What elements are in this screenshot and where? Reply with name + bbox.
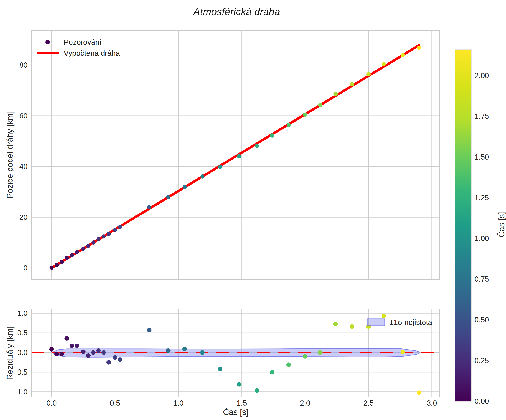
residual-point <box>65 336 69 340</box>
legend-observations-label: Pozorování <box>64 38 101 46</box>
residual-point <box>101 350 106 355</box>
residual-point <box>255 388 259 393</box>
observation-point <box>255 144 259 148</box>
observation-point <box>50 266 54 270</box>
residual-point <box>54 352 59 356</box>
colorbar-tick: 0.50 <box>474 316 489 324</box>
colorbar-label: Čas [s] <box>497 212 506 238</box>
colorbar-tick: 1.25 <box>474 193 489 202</box>
residual-point <box>333 322 338 326</box>
observation-point <box>81 247 85 251</box>
residual-point <box>91 350 96 355</box>
observation-point <box>350 82 354 86</box>
residual-y-tick: −0.5 <box>13 368 27 376</box>
observation-point <box>91 240 95 245</box>
legend-band-label: ±1σ nejistota <box>390 318 432 327</box>
observation-point <box>96 237 100 241</box>
residual-point <box>49 347 54 352</box>
x-tick: 0.0 <box>47 399 57 407</box>
residual-point <box>182 347 187 351</box>
residual-y-tick: 1.0 <box>17 309 27 317</box>
colorbar-tick: 1.00 <box>474 234 489 242</box>
legend-observations-marker <box>46 40 50 44</box>
observation-point <box>237 154 241 158</box>
residual-y-tick-labels: 1.00.50.0−0.5−1.0 <box>13 309 27 396</box>
residual-point <box>70 344 74 348</box>
colorbar-tick: 0.00 <box>474 397 489 405</box>
colorbar-tick: 0.75 <box>474 275 489 283</box>
observation-point <box>70 253 74 257</box>
main-y-tick-labels: 020406080 <box>19 61 28 272</box>
observation-point <box>218 165 222 169</box>
colorbar-tick: 0.25 <box>474 356 489 365</box>
colorbar-tick: 2.00 <box>474 71 489 80</box>
residual-point <box>86 353 91 358</box>
main-y-tick: 20 <box>19 213 28 221</box>
observation-point <box>102 234 106 238</box>
residual-y-tick: 0.5 <box>17 329 27 337</box>
colorbar: 0.000.250.500.751.001.251.501.752.00 Čas… <box>455 50 506 405</box>
observation-point <box>183 185 187 189</box>
x-axis-label: Čas [s] <box>223 407 249 417</box>
main-legend: Pozorování Vypočtená dráha <box>38 38 120 57</box>
observation-point <box>318 103 322 107</box>
observation-point <box>417 46 421 50</box>
x-tick: 2.5 <box>363 399 374 407</box>
residual-point <box>350 324 354 329</box>
residual-y-tick: 0.0 <box>17 348 27 357</box>
observation-point <box>366 72 371 76</box>
observation-point <box>382 62 386 66</box>
figure: Pozorování Vypočtená dráha ±1σ nejistota… <box>0 0 506 420</box>
colorbar-tick-labels: 0.000.250.500.751.001.251.501.752.00 <box>474 71 489 405</box>
main-y-tick: 60 <box>19 112 28 120</box>
x-tick: 3.0 <box>426 399 437 407</box>
residual-point <box>270 370 274 374</box>
colorbar-gradient <box>455 50 471 401</box>
residual-point <box>107 360 111 365</box>
observation-point <box>75 250 79 254</box>
residual-legend: ±1σ nejistota <box>367 318 432 327</box>
x-tick-labels: 0.00.51.01.52.02.53.0 <box>47 399 437 407</box>
observation-point <box>303 113 307 117</box>
legend-band-patch <box>367 319 385 326</box>
observation-point <box>65 256 69 260</box>
x-tick: 1.0 <box>173 399 184 407</box>
observation-point <box>147 205 151 209</box>
observation-point <box>166 195 170 199</box>
main-y-tick: 40 <box>19 162 28 171</box>
residual-point <box>417 390 421 395</box>
residual-point <box>218 367 222 371</box>
residual-point <box>118 357 122 362</box>
chart-title: Atmosférická dráha <box>193 6 280 17</box>
residual-point <box>81 350 86 354</box>
x-tick: 1.5 <box>237 399 247 407</box>
residual-y-axis-label: Reziduály [km] <box>5 326 14 380</box>
residual-point <box>166 348 170 353</box>
observation-point <box>107 232 111 236</box>
x-tick: 0.5 <box>110 399 120 407</box>
colorbar-tick: 1.50 <box>474 153 489 161</box>
observation-point <box>200 174 205 179</box>
residual-point <box>318 350 323 355</box>
observation-point <box>401 53 405 57</box>
observation-point <box>333 92 338 96</box>
residual-y-tick: −1.0 <box>13 388 27 396</box>
residual-point <box>147 328 151 332</box>
x-tick: 2.0 <box>300 399 310 407</box>
observation-point <box>270 133 274 138</box>
observation-point <box>287 123 291 127</box>
residual-point <box>200 350 205 355</box>
residual-point <box>60 352 64 356</box>
colorbar-tick: 1.75 <box>474 112 489 120</box>
main-y-tick: 0 <box>23 264 27 272</box>
legend-fit-line-label: Vypočtená dráha <box>64 49 120 57</box>
residual-point <box>113 355 117 360</box>
main-y-tick: 80 <box>19 61 28 69</box>
residual-point <box>400 350 405 354</box>
residual-point <box>75 344 79 348</box>
figure-canvas: Pozorování Vypočtená dráha ±1σ nejistota… <box>0 0 506 420</box>
observation-point <box>118 225 122 229</box>
observation-point <box>113 228 117 232</box>
residual-point <box>286 362 291 367</box>
observation-point <box>60 260 64 264</box>
